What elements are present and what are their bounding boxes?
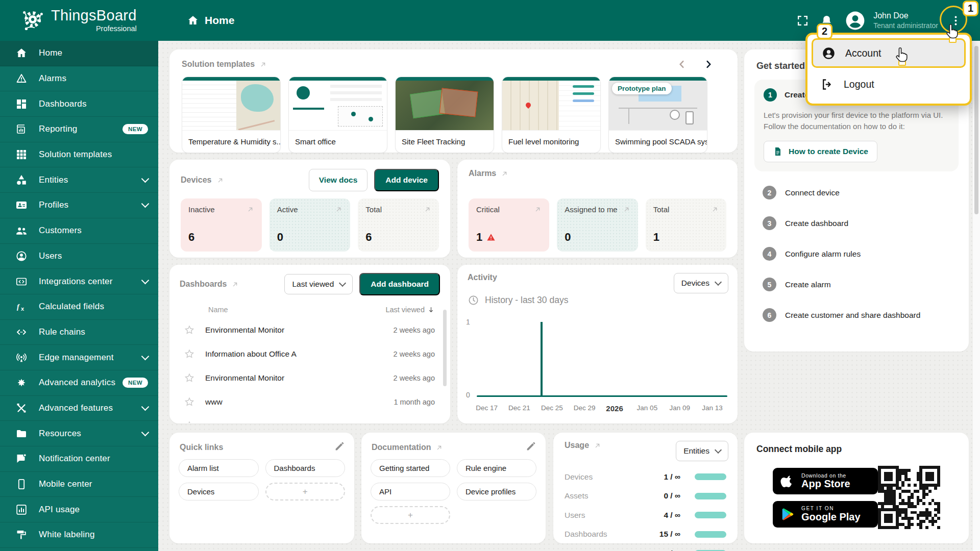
view-docs-button[interactable]: View docs: [309, 169, 368, 191]
sidebar-item-mobile-center[interactable]: Mobile center: [0, 472, 158, 497]
sidebar-item-edge-management[interactable]: Edge management: [0, 345, 158, 370]
how-to-create-device-button[interactable]: How to create Device: [764, 141, 877, 162]
star-icon[interactable]: [184, 348, 195, 360]
star-icon[interactable]: [184, 372, 195, 384]
solution-templates-title[interactable]: Solution templates: [182, 60, 267, 69]
dashboard-name: Information about Office A: [205, 349, 394, 359]
solution-template-card[interactable]: Smart office: [288, 77, 387, 153]
link-pill-alarm-list[interactable]: Alarm list: [179, 459, 259, 477]
column-last-viewed[interactable]: Last viewed: [385, 306, 435, 314]
sidebar-item-alarms[interactable]: Alarms: [0, 66, 158, 92]
star-icon[interactable]: [184, 396, 195, 408]
link-pill-devices[interactable]: Devices: [179, 483, 259, 500]
dashboard-last-viewed: 1 month ago: [394, 422, 435, 423]
activity-entity-select[interactable]: Devices: [674, 273, 728, 293]
add-device-button[interactable]: Add device: [374, 169, 439, 191]
sidebar-item-entities[interactable]: Entities: [0, 167, 158, 193]
sidebar-item-api-usage[interactable]: API usage: [0, 497, 158, 522]
dashboard-row[interactable]: www1 month ago: [180, 390, 435, 414]
get-started-step-5[interactable]: 5Create alarm: [763, 269, 950, 300]
dashboard-row[interactable]: Environmental Monitor2 weeks ago: [180, 318, 435, 342]
stat-label: Assigned to me: [565, 205, 617, 214]
usage-label: Customers: [565, 549, 649, 551]
sidebar-item-advanced-analytics[interactable]: Advanced analyticsNEW: [0, 370, 158, 396]
get-started-step-3[interactable]: 3Create dashboard: [763, 208, 950, 239]
google-play-badge[interactable]: GET IT ON Google Play: [773, 501, 878, 528]
column-name[interactable]: Name: [208, 306, 228, 314]
sidebar-item-profiles[interactable]: Profiles: [0, 193, 158, 218]
menu-item-account[interactable]: Account: [812, 38, 966, 68]
edit-pencil-icon[interactable]: [334, 441, 345, 452]
brand[interactable]: ThingsBoard Professional: [0, 7, 162, 34]
usage-row-assets: Assets0 / ∞: [565, 487, 726, 506]
page-scrollbar[interactable]: [973, 41, 980, 551]
solution-template-card[interactable]: Site Fleet Tracking: [395, 77, 494, 153]
devices-title[interactable]: Devices: [181, 176, 224, 185]
get-started-step-4[interactable]: 4Configure alarm rules: [763, 239, 950, 269]
add-dashboard-button[interactable]: Add dashboard: [359, 273, 440, 295]
home-icon: [187, 14, 199, 27]
sidebar-item-rule-chains[interactable]: Rule chains: [0, 320, 158, 345]
stat-card-critical[interactable]: Critical1: [469, 198, 549, 252]
get-started-step-2[interactable]: 2Connect device: [763, 178, 950, 208]
usage-filter-select[interactable]: Entities: [676, 441, 728, 461]
dashboards-filter-select[interactable]: Last viewed: [284, 274, 353, 294]
link-pill-rule-engine[interactable]: Rule engine: [457, 459, 536, 477]
dashboards-title[interactable]: Dashboards: [180, 280, 239, 289]
sidebar-item-white-labeling[interactable]: White labeling: [0, 522, 158, 548]
add-link-pill[interactable]: +: [371, 506, 450, 524]
sidebar-item-notification-center[interactable]: Notification center: [0, 446, 158, 472]
star-icon[interactable]: [184, 420, 195, 423]
sidebar-item-solution-templates[interactable]: Solution templates: [0, 142, 158, 168]
sidebar-item-users[interactable]: Users: [0, 244, 158, 269]
usage-value: 4 / ∞: [649, 511, 680, 520]
link-pill-api[interactable]: API: [371, 483, 450, 500]
link-pill-dashboards[interactable]: Dashboards: [265, 459, 346, 477]
solution-template-thumbnail: Prototype plan: [609, 77, 707, 131]
stat-card-active[interactable]: Active0: [270, 198, 351, 252]
dashboards-icon: [15, 98, 28, 110]
sidebar-item-dashboards[interactable]: Dashboards: [0, 91, 158, 117]
dashboard-row[interactable]: LW361-BG PRO LoRaWAN Tr...1 month ago: [180, 414, 435, 423]
star-icon[interactable]: [184, 324, 195, 336]
usage-title[interactable]: Usage: [565, 441, 601, 450]
x-axis-tick: Dec 25: [541, 404, 563, 412]
solution-template-card[interactable]: Prototype planSwimming pool SCADA sys...: [608, 77, 707, 153]
y-axis-min: 0: [466, 391, 470, 399]
chevron-down-icon: [141, 428, 150, 436]
add-link-pill[interactable]: +: [265, 483, 346, 500]
carousel-prev-icon[interactable]: [676, 59, 688, 70]
stat-card-total[interactable]: Total1: [646, 198, 726, 252]
dashboard-row[interactable]: Environmental Monitor2 weeks ago: [180, 366, 435, 390]
usage-row-devices: Devices1 / ∞: [565, 467, 726, 487]
dashboard-name: Environmental Monitor: [205, 325, 394, 335]
avatar[interactable]: [844, 10, 866, 32]
sidebar-item-reporting[interactable]: ReportingNEW: [0, 117, 158, 142]
sidebar-item-advanced-features[interactable]: Advanced features: [0, 396, 158, 421]
sidebar-item-calculated-fields[interactable]: fxCalculated fields: [0, 294, 158, 320]
menu-item-logout[interactable]: Logout: [812, 69, 966, 99]
stat-card-inactive[interactable]: Inactive6: [181, 198, 262, 252]
solution-template-card[interactable]: Fuel level monitoring: [502, 77, 601, 153]
dashboard-row[interactable]: Information about Office A2 weeks ago: [180, 342, 435, 366]
user-info[interactable]: John Doe Tenant administrator: [873, 11, 938, 31]
step-number-badge: 1: [764, 88, 777, 102]
stat-card-total[interactable]: Total6: [358, 198, 439, 252]
solution-template-title: Site Fleet Tracking: [396, 131, 494, 153]
stat-card-assigned-to-me[interactable]: Assigned to me0: [557, 198, 638, 252]
get-started-step-6[interactable]: 6Create customer and share dashboard: [763, 300, 950, 331]
dashboards-scrollbar[interactable]: [443, 310, 447, 386]
sidebar-item-resources[interactable]: Resources: [0, 421, 158, 446]
solution-template-card[interactable]: Temperature & Humidity s...: [182, 77, 281, 153]
documentation-title[interactable]: Documentation: [372, 443, 443, 452]
carousel-next-icon[interactable]: [703, 59, 714, 70]
edit-pencil-icon[interactable]: [526, 441, 536, 452]
link-pill-getting-started[interactable]: Getting started: [371, 459, 450, 477]
alarms-title[interactable]: Alarms: [469, 169, 508, 178]
link-pill-device-profiles[interactable]: Device profiles: [457, 483, 536, 500]
app-store-badge[interactable]: Download on the App Store: [773, 468, 878, 494]
sidebar-item-customers[interactable]: Customers: [0, 218, 158, 244]
fullscreen-icon[interactable]: [796, 14, 809, 27]
sidebar-item-home[interactable]: Home: [0, 41, 158, 66]
sidebar-item-integrations-center[interactable]: Integrations center: [0, 269, 158, 294]
